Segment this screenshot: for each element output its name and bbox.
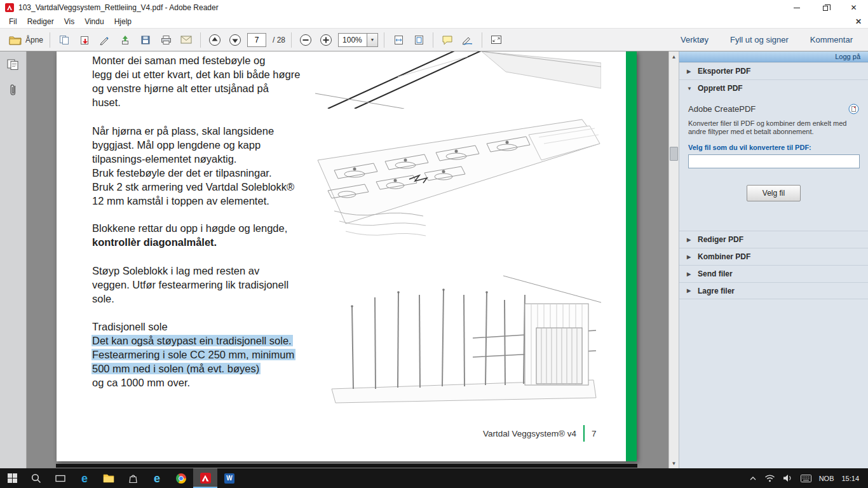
clock[interactable]: 15:14 [841, 475, 859, 482]
convert-button[interactable] [76, 32, 93, 48]
paragraph-tradisjonell-sole: Tradisjonell sole Det kan også støypast … [92, 320, 295, 390]
taskbar-store-button[interactable] [121, 468, 145, 488]
reading-mode-button[interactable] [488, 32, 505, 48]
chrome-icon [176, 473, 186, 484]
page-thumbnails-icon[interactable] [7, 59, 20, 71]
sign-note-button[interactable] [97, 32, 113, 48]
taskbar-word-button[interactable]: W [217, 468, 241, 488]
taskbar-edge-button[interactable]: e [72, 468, 97, 488]
hidden-icons-chevron-icon[interactable] [749, 476, 757, 481]
open-button[interactable]: Åpne [5, 32, 47, 48]
fit-page-icon [414, 35, 424, 45]
email-button[interactable] [178, 32, 194, 48]
zoom-level-value[interactable]: 100% [338, 33, 367, 47]
adobe-reader-app-icon [5, 3, 14, 12]
comment-button[interactable] [439, 32, 456, 48]
scroll-down-icon[interactable]: ▼ [669, 458, 679, 468]
start-button[interactable] [0, 468, 24, 488]
scroll-up-icon[interactable]: ▲ [669, 51, 679, 62]
menu-hjelp[interactable]: Hjelp [109, 16, 137, 27]
text-line: Bruk 2 stk armering ved Vartdal Soleblok… [92, 180, 294, 194]
tab-fyll-ut-og-signer[interactable]: Fyll ut og signer [730, 35, 789, 44]
tab-verktoy[interactable]: Verktøy [681, 35, 709, 44]
close-document-icon[interactable]: ✕ [855, 17, 862, 26]
menu-rediger[interactable]: Rediger [22, 16, 59, 27]
chevron-right-icon: ▶ [687, 271, 693, 277]
adobe-reader-icon [200, 473, 211, 484]
taskbar-search-button[interactable] [24, 468, 48, 488]
text-line: Blokkene rettar du opp i høgde og lengde… [92, 221, 287, 235]
sign-in-link[interactable]: Logg på [679, 51, 868, 62]
windows-taskbar: e e W NOB 15:14 [0, 468, 868, 488]
panel-section-lagre-filer[interactable]: ▶ Lagre filer [679, 282, 868, 299]
windows-logo-icon [8, 473, 17, 483]
velg-fil-button[interactable]: Velg fil [747, 185, 801, 201]
file-to-convert-input[interactable] [688, 154, 860, 168]
close-button[interactable]: ✕ [839, 0, 868, 15]
export-pages-button[interactable] [56, 32, 72, 48]
page-number-input[interactable] [247, 33, 266, 47]
tab-kommentar[interactable]: Kommentar [810, 35, 853, 44]
zoom-in-icon [320, 34, 332, 46]
zoom-dropdown-button[interactable]: ▼ [367, 33, 378, 47]
zoom-out-button[interactable] [297, 32, 314, 48]
zoom-combo: 100% ▼ [338, 33, 378, 47]
sign-button[interactable] [459, 32, 476, 48]
panel-section-eksporter-pdf[interactable]: ▶ Eksporter PDF [679, 62, 868, 79]
zoom-in-button[interactable] [318, 32, 334, 48]
internet-explorer-icon: e [154, 473, 160, 484]
touch-keyboard-icon[interactable] [801, 475, 811, 482]
chevron-right-icon: ▶ [687, 288, 693, 294]
save-button[interactable] [137, 32, 154, 48]
taskbar-chrome-button[interactable] [169, 468, 193, 488]
panel-section-kombiner-pdf[interactable]: ▶ Kombiner PDF [679, 248, 868, 265]
fit-width-button[interactable] [390, 32, 407, 48]
next-page-button[interactable] [227, 32, 243, 48]
opprett-pdf-content: Adobe CreatePDF Konverter filer til PDF … [679, 97, 868, 231]
taskbar-adobe-reader-button[interactable] [193, 468, 217, 488]
restore-button[interactable] [811, 0, 839, 15]
share-button[interactable] [117, 32, 133, 48]
fit-page-button[interactable] [410, 32, 427, 48]
task-view-button[interactable] [48, 468, 72, 488]
illustration-corner-detail [315, 51, 601, 109]
selected-text: Festearmering i sole CC 250 mm, minimum [92, 349, 295, 360]
task-view-icon [55, 474, 65, 483]
pen-note-icon [100, 35, 110, 45]
menu-vis[interactable]: Vis [59, 16, 79, 27]
text-line: legg dei ut etter kvart, det kan bli båd… [92, 67, 300, 81]
scrollbar-thumb[interactable] [670, 147, 678, 161]
menu-vindu[interactable]: Vindu [79, 16, 109, 27]
tools-panel: Logg på ▶ Eksporter PDF ▼ Opprett PDF Ad… [679, 51, 868, 468]
panel-section-rediger-pdf[interactable]: ▶ Rediger PDF [679, 231, 868, 248]
comment-bubble-icon [442, 35, 453, 45]
taskbar-internet-explorer-button[interactable]: e [145, 468, 169, 488]
text-line: 12 mm kamstål i toppen av elementet. [92, 194, 294, 208]
upload-arrow-icon [120, 35, 130, 45]
toolbar-separator [482, 32, 482, 48]
page-down-icon [229, 34, 241, 46]
panel-section-send-filer[interactable]: ▶ Send filer [679, 265, 868, 282]
wifi-icon[interactable] [764, 474, 775, 482]
language-indicator[interactable]: NOB [819, 475, 834, 482]
paragraph-monter: Monter dei saman med festebøyle og legg … [92, 53, 300, 109]
section-label: Send filer [698, 269, 733, 278]
previous-page-button[interactable] [207, 32, 223, 48]
navigation-rail [0, 51, 27, 468]
menu-fil[interactable]: Fil [4, 16, 22, 27]
panel-section-opprett-pdf[interactable]: ▼ Opprett PDF [679, 79, 868, 97]
vertical-scrollbar[interactable]: ▲ ▼ [668, 51, 679, 468]
printer-icon [161, 35, 172, 45]
text-line: Tradisjonell sole [92, 320, 295, 334]
volume-icon[interactable] [783, 474, 793, 482]
taskbar-file-explorer-button[interactable] [97, 468, 121, 488]
minimize-button[interactable] [782, 0, 811, 15]
section-label: Eksporter PDF [698, 67, 750, 76]
section-label: Kombiner PDF [698, 252, 750, 261]
print-button[interactable] [158, 32, 174, 48]
search-icon [31, 473, 41, 484]
attachments-paperclip-icon[interactable] [9, 83, 17, 98]
save-icon [140, 35, 151, 45]
chevron-right-icon: ▶ [687, 254, 693, 260]
text-line: veggen. Utfør festearmering lik tradisjo… [92, 278, 288, 292]
